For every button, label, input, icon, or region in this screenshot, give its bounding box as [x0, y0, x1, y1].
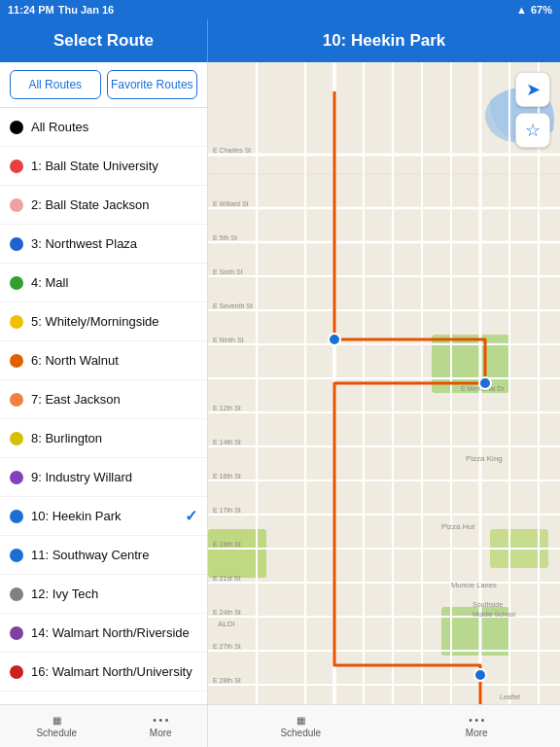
svg-text:ALDI: ALDI — [218, 620, 235, 628]
svg-point-55 — [329, 334, 340, 345]
route-dot — [10, 237, 23, 251]
star-icon: ☆ — [525, 120, 541, 141]
svg-text:E 27th St: E 27th St — [213, 643, 241, 650]
svg-text:E 24th St: E 24th St — [213, 609, 241, 616]
schedule-label: Schedule — [36, 728, 77, 738]
svg-text:E Sixth St: E Sixth St — [213, 268, 243, 275]
route-label: 6: North Walnut — [31, 353, 197, 369]
route-item-12[interactable]: 12: Ivy Tech — [0, 575, 207, 614]
svg-text:Leaflet: Leaflet — [500, 694, 520, 700]
favorite-routes-toggle[interactable]: Favorite Routes — [107, 70, 198, 99]
map-bottom-bar: ▦ Schedule • • • More — [208, 704, 560, 747]
map-actions: ➤ ☆ — [515, 72, 550, 148]
route-item-11[interactable]: 11: Southway Centre — [0, 536, 207, 575]
route-title: 10: Heekin Park — [323, 31, 446, 51]
svg-text:E 14th St: E 14th St — [213, 439, 241, 445]
route-item-6[interactable]: 6: North Walnut — [0, 341, 207, 380]
schedule-icon: ▦ — [52, 715, 61, 726]
route-dot — [10, 315, 23, 329]
route-dot — [10, 471, 23, 484]
svg-text:Southside: Southside — [472, 601, 503, 608]
route-item-4[interactable]: 4: Mall — [0, 264, 207, 302]
route-label: 4: Mall — [31, 275, 197, 291]
route-label: 12: Ivy Tech — [31, 587, 197, 602]
more-label: More — [150, 728, 172, 738]
route-label: 1: Ball State University — [31, 159, 197, 174]
route-label: 8: Burlington — [31, 431, 197, 446]
more-icon: • • • — [153, 715, 168, 726]
navigate-icon: ➤ — [526, 79, 541, 100]
battery-display: 67% — [531, 4, 552, 16]
wifi-icon: ▲ — [516, 4, 527, 16]
route-label: 3: Northwest Plaza — [31, 236, 197, 252]
time-display: 11:24 PM — [8, 4, 54, 16]
svg-text:E Ninth St: E Ninth St — [213, 337, 244, 343]
route-item-9[interactable]: 9: Industry Willard — [0, 458, 207, 497]
route-item-7[interactable]: 7: East Jackson — [0, 380, 207, 419]
route-item-8[interactable]: 8: Burlington — [0, 419, 207, 458]
svg-text:E 21st St: E 21st St — [213, 575, 240, 582]
route-item-16[interactable]: 16: Walmart North/University — [0, 653, 207, 692]
sidebar: All Routes Favorite Routes All Routes1: … — [0, 62, 208, 747]
route-dot — [10, 276, 23, 290]
route-dot — [10, 626, 23, 640]
svg-text:E 12th St: E 12th St — [213, 405, 241, 411]
all-routes-toggle[interactable]: All Routes — [10, 70, 101, 99]
route-label: 7: East Jackson — [31, 392, 197, 408]
route-label: All Routes — [31, 120, 197, 135]
map-schedule-icon: ▦ — [297, 715, 305, 726]
date-display: Thu Jan 16 — [58, 4, 114, 16]
svg-text:Middle School: Middle School — [472, 611, 515, 618]
route-dot — [10, 549, 23, 562]
route-label: 10: Heekin Park — [31, 509, 185, 524]
route-dot — [10, 393, 23, 407]
svg-point-56 — [479, 377, 491, 389]
route-label: 16: Walmart North/University — [31, 664, 197, 680]
svg-text:E Charles St: E Charles St — [213, 147, 251, 154]
route-item-1[interactable]: 1: Ball State University — [0, 147, 207, 186]
route-item-all[interactable]: All Routes — [0, 108, 207, 147]
select-route-title: Select Route — [53, 31, 154, 51]
selected-checkmark: ✓ — [185, 507, 197, 525]
route-item-5[interactable]: 5: Whitely/Morningside — [0, 302, 207, 341]
svg-text:E Seventh St: E Seventh St — [213, 302, 253, 309]
route-dot — [10, 121, 23, 134]
svg-text:Pizza Hut: Pizza Hut — [441, 522, 475, 531]
route-item-3[interactable]: 3: Northwest Plaza — [0, 225, 207, 264]
route-dot — [10, 587, 23, 601]
map-area[interactable]: E Charles St E Willard St E 5th St E Six… — [208, 62, 560, 747]
svg-text:Muncie Lanes: Muncie Lanes — [451, 581, 497, 589]
route-dot — [10, 198, 23, 212]
svg-text:E 16th St: E 16th St — [213, 473, 241, 480]
map-schedule-label: Schedule — [280, 728, 321, 738]
map-more-icon: • • • — [469, 715, 484, 726]
svg-text:Pizza King: Pizza King — [466, 454, 503, 463]
route-item-2[interactable]: 2: Ball State Jackson — [0, 186, 207, 225]
route-dot — [10, 665, 23, 679]
schedule-tab[interactable]: ▦ Schedule — [36, 715, 77, 738]
route-dot — [10, 160, 23, 173]
favorite-button[interactable]: ☆ — [515, 113, 550, 148]
map-schedule-tab[interactable]: ▦ Schedule — [280, 715, 321, 738]
route-dot — [10, 510, 23, 523]
map-more-label: More — [466, 728, 488, 738]
map-more-tab[interactable]: • • • More — [466, 715, 488, 738]
svg-text:E 28th St: E 28th St — [213, 677, 241, 684]
route-item-14[interactable]: 14: Walmart North/Riverside — [0, 614, 207, 653]
main-layout: All Routes Favorite Routes All Routes1: … — [0, 62, 560, 747]
sidebar-tab-bar: ▦ Schedule • • • More — [0, 704, 208, 747]
route-label: 2: Ball State Jackson — [31, 197, 197, 213]
route-list: All Routes1: Ball State University2: Bal… — [0, 108, 207, 704]
svg-text:E Willard St: E Willard St — [213, 200, 249, 207]
more-tab[interactable]: • • • More — [150, 715, 172, 738]
route-label: 9: Industry Willard — [31, 470, 197, 485]
route-item-10[interactable]: 10: Heekin Park✓ — [0, 497, 207, 536]
navigate-button[interactable]: ➤ — [515, 72, 550, 107]
toggle-bar: All Routes Favorite Routes — [0, 62, 207, 108]
svg-text:E 5th St: E 5th St — [213, 234, 237, 241]
svg-text:E 18th St: E 18th St — [213, 541, 241, 548]
route-label: 11: Southway Centre — [31, 548, 197, 563]
route-label: 14: Walmart North/Riverside — [31, 625, 197, 641]
route-dot — [10, 432, 23, 445]
header: Select Route 10: Heekin Park — [0, 19, 560, 62]
